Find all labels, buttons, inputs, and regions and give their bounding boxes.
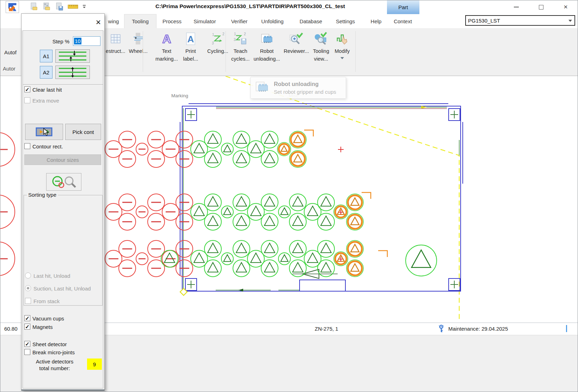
cup-tri[interactable] <box>233 131 250 148</box>
cup-mag[interactable] <box>346 213 363 230</box>
part-context-tab[interactable]: Part <box>387 0 419 14</box>
cup-red[interactable] <box>148 151 165 167</box>
cup-tri[interactable] <box>261 240 278 257</box>
last-hit-unload-radio[interactable] <box>25 272 31 278</box>
cup-red[interactable] <box>0 195 15 229</box>
cup-magsel[interactable] <box>334 252 348 266</box>
cup-tri[interactable] <box>261 213 278 230</box>
cup-tri[interactable] <box>233 151 250 167</box>
cup-red[interactable] <box>176 194 193 211</box>
tab-simulator[interactable]: Simulator <box>190 14 219 28</box>
cup-tri[interactable] <box>261 194 278 211</box>
cup-red[interactable] <box>136 253 148 265</box>
cup-mag[interactable] <box>289 151 306 167</box>
sheet-detector-checkbox[interactable] <box>24 341 30 347</box>
cup-red[interactable] <box>148 213 165 230</box>
tab-verifier[interactable]: Verifier <box>228 14 250 28</box>
cup-tri[interactable] <box>318 194 334 211</box>
new-part-icon[interactable] <box>30 2 39 11</box>
tab-wing[interactable]: wing <box>106 14 121 28</box>
cup-magsel[interactable] <box>334 205 348 219</box>
contour-rect-checkbox[interactable] <box>24 143 30 149</box>
cup-mag[interactable] <box>289 131 306 148</box>
cup-red[interactable] <box>119 131 136 148</box>
extra-move-checkbox[interactable] <box>24 97 30 103</box>
ruler-icon[interactable] <box>68 4 78 10</box>
tab-tooling[interactable]: Tooling <box>124 14 156 28</box>
cup-red[interactable] <box>0 242 15 276</box>
cup-red[interactable] <box>119 151 136 167</box>
tab-help[interactable]: Help <box>368 14 384 28</box>
cup-tri[interactable] <box>221 253 233 265</box>
cup-tri[interactable] <box>318 213 334 230</box>
tab-context[interactable]: Context <box>391 14 414 28</box>
cup-red[interactable] <box>176 151 193 167</box>
pattern-part-icon[interactable] <box>42 2 51 11</box>
ribbon-button-wheel[interactable]: Wheel... <box>129 30 148 73</box>
ribbon-button-estruct[interactable]: estruct... <box>106 30 125 73</box>
ribbon-button-tooling-view[interactable]: Toolingview... <box>313 30 329 73</box>
ribbon-partial-autof[interactable]: Autof <box>4 49 17 55</box>
ribbon-button-modify[interactable]: Modify <box>335 30 350 73</box>
ribbon-button-teach-cycles[interactable]: 123Teachcycles... <box>231 30 250 73</box>
cup-red[interactable] <box>148 194 165 211</box>
tab-unfolding[interactable]: Unfolding <box>258 14 287 28</box>
cup-red[interactable] <box>119 213 136 230</box>
cup-tri[interactable] <box>204 260 221 277</box>
cup-tri[interactable] <box>204 151 221 167</box>
tab-process[interactable]: Process <box>160 14 184 28</box>
pick-cont-button[interactable]: Pick cont <box>65 124 101 140</box>
cup-red[interactable] <box>176 131 193 148</box>
cup-tri[interactable] <box>204 194 221 211</box>
cup-tri[interactable] <box>278 206 290 218</box>
maximize-button[interactable] <box>529 0 553 14</box>
qat-customize-icon[interactable] <box>82 4 87 10</box>
cup-tri[interactable] <box>261 151 278 167</box>
cup-red[interactable] <box>176 240 193 257</box>
cup-tri[interactable] <box>233 260 250 277</box>
cup-tri[interactable] <box>233 213 250 230</box>
cup-tri[interactable] <box>221 206 233 218</box>
cup-red[interactable] <box>176 213 193 230</box>
vacuum-cups-checkbox[interactable] <box>24 315 30 321</box>
ribbon-button-robot-unloading[interactable]: Robotunloading... <box>254 30 280 73</box>
cup-red[interactable] <box>119 260 136 277</box>
clear-last-hit-checkbox[interactable] <box>24 86 30 92</box>
cup-red[interactable] <box>136 206 148 218</box>
a2-direction-button[interactable] <box>55 66 90 79</box>
cup-mag[interactable] <box>346 194 363 211</box>
cup-mag[interactable] <box>346 240 363 257</box>
cup-red[interactable] <box>0 133 15 166</box>
cup-tri[interactable] <box>204 240 221 257</box>
cup-red[interactable] <box>148 131 165 148</box>
suction-last-hit-unload-radio[interactable] <box>25 285 31 291</box>
step-input[interactable]: 10 <box>73 36 100 46</box>
a1-direction-button[interactable] <box>55 49 90 63</box>
cup-tri[interactable] <box>261 260 278 277</box>
chevron-down-icon[interactable] <box>340 57 344 59</box>
cup-mag[interactable] <box>277 142 291 156</box>
cup-tri[interactable] <box>233 240 250 257</box>
cup-red[interactable] <box>119 240 136 257</box>
machine-selector-dropdown[interactable]: PG1530_LST <box>465 15 575 26</box>
a1-button[interactable]: A1 <box>40 50 53 62</box>
cup-red[interactable] <box>119 194 136 211</box>
ribbon-button-print-label[interactable]: APrintlabel... <box>183 30 198 73</box>
cup-tri[interactable] <box>289 194 306 211</box>
break-micro-joints-checkbox[interactable] <box>24 349 30 355</box>
cup-tri[interactable] <box>261 131 278 148</box>
tab-database[interactable]: Database <box>298 14 324 28</box>
cup-tri[interactable] <box>318 240 334 257</box>
cup-tri[interactable] <box>318 260 334 277</box>
magnets-checkbox[interactable] <box>24 324 30 330</box>
cup-tri[interactable] <box>233 194 250 211</box>
cup-red[interactable] <box>136 143 148 155</box>
cup-tri[interactable] <box>221 143 233 155</box>
cup-tri[interactable] <box>289 240 306 257</box>
cup-tri[interactable] <box>204 213 221 230</box>
cup-red[interactable] <box>176 260 193 277</box>
from-stack-checkbox[interactable] <box>25 298 31 304</box>
cup-tri[interactable] <box>204 131 221 148</box>
cup-mag[interactable] <box>346 260 363 277</box>
dialog-close-button[interactable]: ✕ <box>94 18 103 26</box>
